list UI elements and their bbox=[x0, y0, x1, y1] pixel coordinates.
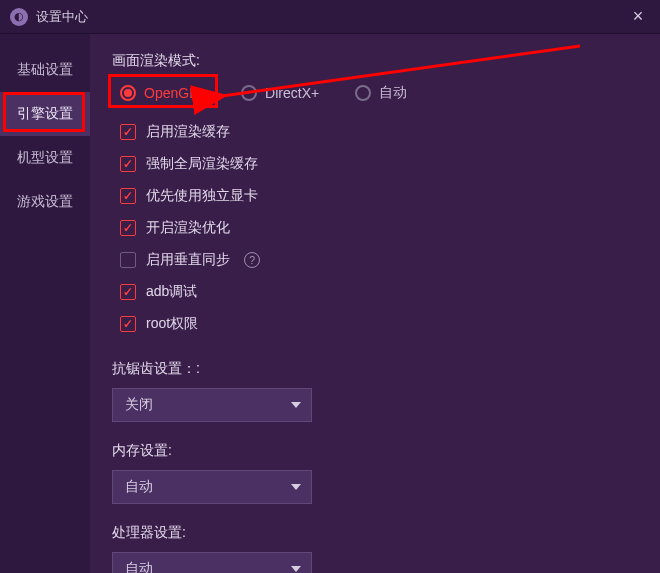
cb-render-optimize[interactable]: 开启渲染优化 bbox=[120, 212, 638, 244]
cb-render-cache[interactable]: 启用渲染缓存 bbox=[120, 116, 638, 148]
window-title: 设置中心 bbox=[36, 8, 88, 26]
chevron-down-icon bbox=[291, 566, 301, 572]
sidebar-item-basic[interactable]: 基础设置 bbox=[0, 48, 90, 92]
checkbox-icon bbox=[120, 188, 136, 204]
memory-section: 内存设置: 自动 bbox=[112, 442, 638, 504]
content-panel: 画面渲染模式: OpenGL+ DirectX+ 自动 启用渲染缓存 bbox=[90, 34, 660, 573]
cb-root[interactable]: root权限 bbox=[120, 308, 638, 340]
sidebar: 基础设置 引擎设置 机型设置 游戏设置 bbox=[0, 34, 90, 573]
chevron-down-icon bbox=[291, 402, 301, 408]
checkbox-list: 启用渲染缓存 强制全局渲染缓存 优先使用独立显卡 开启渲染优化 启用垂直同步 ? bbox=[120, 116, 638, 340]
sidebar-item-engine[interactable]: 引擎设置 bbox=[0, 92, 90, 136]
radio-label: DirectX+ bbox=[265, 85, 319, 101]
render-mode-label: 画面渲染模式: bbox=[112, 52, 638, 70]
checkbox-label: 开启渲染优化 bbox=[146, 219, 230, 237]
checkbox-label: 启用垂直同步 bbox=[146, 251, 230, 269]
memory-label: 内存设置: bbox=[112, 442, 638, 460]
checkbox-label: root权限 bbox=[146, 315, 198, 333]
cb-prefer-dgpu[interactable]: 优先使用独立显卡 bbox=[120, 180, 638, 212]
antialias-label: 抗锯齿设置：: bbox=[112, 360, 638, 378]
checkbox-icon bbox=[120, 316, 136, 332]
sidebar-item-label: 游戏设置 bbox=[17, 193, 73, 211]
sidebar-item-label: 引擎设置 bbox=[17, 105, 73, 123]
cpu-section: 处理器设置: 自动 bbox=[112, 524, 638, 573]
close-icon[interactable]: × bbox=[626, 5, 650, 29]
app-icon: ◐ bbox=[10, 8, 28, 26]
sidebar-item-game[interactable]: 游戏设置 bbox=[0, 180, 90, 224]
cb-adb-debug[interactable]: adb调试 bbox=[120, 276, 638, 308]
checkbox-icon bbox=[120, 156, 136, 172]
checkbox-icon bbox=[120, 220, 136, 236]
checkbox-icon bbox=[120, 284, 136, 300]
radio-auto[interactable]: 自动 bbox=[355, 84, 407, 102]
chevron-down-icon bbox=[291, 484, 301, 490]
render-mode-group: OpenGL+ DirectX+ 自动 bbox=[120, 84, 638, 102]
radio-directx[interactable]: DirectX+ bbox=[241, 85, 319, 101]
radio-dot-icon bbox=[120, 85, 136, 101]
sidebar-item-model[interactable]: 机型设置 bbox=[0, 136, 90, 180]
checkbox-label: adb调试 bbox=[146, 283, 197, 301]
sidebar-item-label: 机型设置 bbox=[17, 149, 73, 167]
cpu-dropdown[interactable]: 自动 bbox=[112, 552, 312, 573]
cpu-label: 处理器设置: bbox=[112, 524, 638, 542]
checkbox-label: 优先使用独立显卡 bbox=[146, 187, 258, 205]
radio-dot-icon bbox=[355, 85, 371, 101]
dropdown-value: 关闭 bbox=[125, 396, 153, 414]
radio-label: 自动 bbox=[379, 84, 407, 102]
dropdown-value: 自动 bbox=[125, 560, 153, 573]
radio-dot-icon bbox=[241, 85, 257, 101]
antialias-dropdown[interactable]: 关闭 bbox=[112, 388, 312, 422]
checkbox-label: 启用渲染缓存 bbox=[146, 123, 230, 141]
cb-force-global-cache[interactable]: 强制全局渲染缓存 bbox=[120, 148, 638, 180]
memory-dropdown[interactable]: 自动 bbox=[112, 470, 312, 504]
checkbox-label: 强制全局渲染缓存 bbox=[146, 155, 258, 173]
radio-label: OpenGL+ bbox=[144, 85, 205, 101]
checkbox-icon bbox=[120, 252, 136, 268]
help-icon[interactable]: ? bbox=[244, 252, 260, 268]
sidebar-item-label: 基础设置 bbox=[17, 61, 73, 79]
checkbox-icon bbox=[120, 124, 136, 140]
antialias-section: 抗锯齿设置：: 关闭 bbox=[112, 360, 638, 422]
dropdown-value: 自动 bbox=[125, 478, 153, 496]
radio-opengl[interactable]: OpenGL+ bbox=[120, 85, 205, 101]
titlebar: ◐ 设置中心 × bbox=[0, 0, 660, 34]
cb-vsync[interactable]: 启用垂直同步 ? bbox=[120, 244, 638, 276]
